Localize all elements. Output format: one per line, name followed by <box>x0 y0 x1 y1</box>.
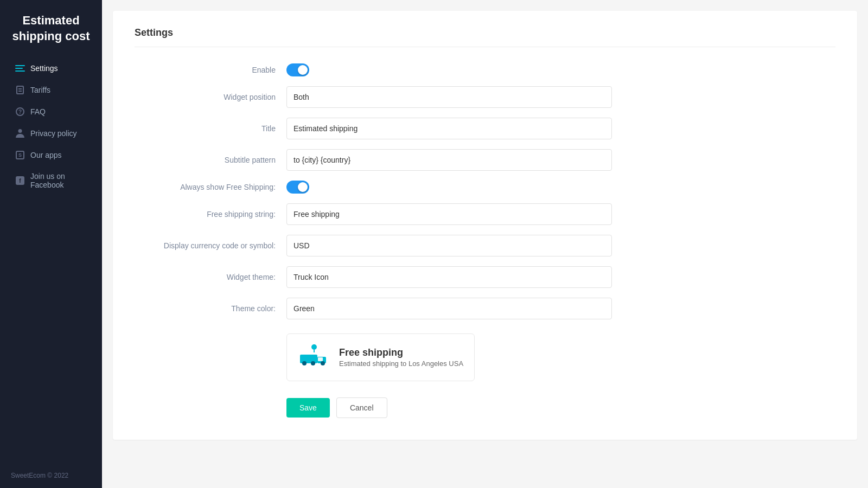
sidebar-item-faq[interactable]: ? FAQ <box>4 101 98 122</box>
facebook-icon: f <box>15 176 25 185</box>
free-shipping-string-label: Free shipping string: <box>135 210 286 219</box>
title-input[interactable] <box>286 118 612 139</box>
widget-position-label: Widget position <box>135 93 286 101</box>
enable-row: Enable <box>135 63 835 76</box>
subtitle-pattern-input[interactable] <box>286 149 612 171</box>
enable-toggle[interactable] <box>286 63 309 76</box>
sidebar: Estimatedshipping cost Settings Tariffs … <box>0 0 102 488</box>
svg-rect-3 <box>318 357 323 361</box>
app-title: Estimatedshipping cost <box>0 0 102 57</box>
sidebar-item-settings[interactable]: Settings <box>4 58 98 79</box>
sidebar-item-privacy[interactable]: Privacy policy <box>4 123 98 144</box>
free-shipping-string-row: Free shipping string: <box>135 203 835 225</box>
preview-title: Free shipping <box>339 347 463 358</box>
enable-toggle-wrap <box>286 63 309 76</box>
settings-icon <box>15 63 25 73</box>
always-free-label: Always show Free Shipping: <box>135 183 286 191</box>
sidebar-item-tariffs[interactable]: Tariffs <box>4 80 98 100</box>
free-shipping-string-input[interactable] <box>286 203 612 225</box>
currency-row: Display currency code or symbol: <box>135 235 835 256</box>
currency-input[interactable] <box>286 235 612 256</box>
subtitle-pattern-label: Subtitle pattern <box>135 156 286 164</box>
always-free-row: Always show Free Shipping: <box>135 181 835 194</box>
preview-subtitle: Estimated shipping to Los Angeles USA <box>339 359 463 368</box>
widget-theme-row: Widget theme: <box>135 266 835 288</box>
faq-icon: ? <box>15 107 25 117</box>
sidebar-label-privacy: Privacy policy <box>30 129 77 138</box>
sidebar-label-tariffs: Tariffs <box>30 86 50 94</box>
settings-card: Settings Enable Widget position Title Su… <box>113 11 857 440</box>
svg-point-0 <box>311 344 317 350</box>
always-free-toggle-wrap <box>286 181 309 194</box>
widget-theme-input[interactable] <box>286 266 612 288</box>
enable-label: Enable <box>135 66 286 74</box>
sidebar-nav: Settings Tariffs ? FAQ Privacy policy S … <box>0 57 102 463</box>
our-apps-icon: S <box>15 150 25 160</box>
sidebar-label-settings: Settings <box>30 64 58 73</box>
sidebar-label-facebook: Join us on Facebook <box>30 172 87 189</box>
theme-color-input[interactable] <box>286 298 612 319</box>
page-title: Settings <box>135 27 835 47</box>
preview-text: Free shipping Estimated shipping to Los … <box>339 347 463 368</box>
preview-row: Free shipping Estimated shipping to Los … <box>135 329 835 381</box>
tariffs-icon <box>15 85 25 95</box>
theme-color-label: Theme color: <box>135 304 286 313</box>
subtitle-row: Subtitle pattern <box>135 149 835 171</box>
svg-rect-1 <box>300 355 317 363</box>
svg-point-6 <box>321 361 325 365</box>
privacy-icon <box>15 129 25 138</box>
widget-position-input[interactable] <box>286 86 612 108</box>
title-label: Title <box>135 124 286 133</box>
button-row: Save Cancel <box>135 397 835 418</box>
sidebar-item-our-apps[interactable]: S Our apps <box>4 145 98 165</box>
sidebar-footer: SweetEcom © 2022 <box>0 463 102 488</box>
sidebar-label-faq: FAQ <box>30 107 46 116</box>
theme-color-row: Theme color: <box>135 298 835 319</box>
sidebar-item-facebook[interactable]: f Join us on Facebook <box>4 166 98 195</box>
widget-position-row: Widget position <box>135 86 835 108</box>
widget-preview: Free shipping Estimated shipping to Los … <box>286 333 475 381</box>
cancel-button[interactable]: Cancel <box>336 397 387 418</box>
currency-label: Display currency code or symbol: <box>135 241 286 250</box>
sidebar-label-our-apps: Our apps <box>30 151 62 159</box>
widget-theme-label: Widget theme: <box>135 273 286 281</box>
svg-point-5 <box>311 361 315 365</box>
main-content: Settings Enable Widget position Title Su… <box>102 0 868 488</box>
title-row: Title <box>135 118 835 139</box>
always-free-toggle[interactable] <box>286 181 309 194</box>
save-button[interactable]: Save <box>286 398 330 418</box>
truck-icon <box>298 343 330 372</box>
svg-point-4 <box>302 361 307 365</box>
